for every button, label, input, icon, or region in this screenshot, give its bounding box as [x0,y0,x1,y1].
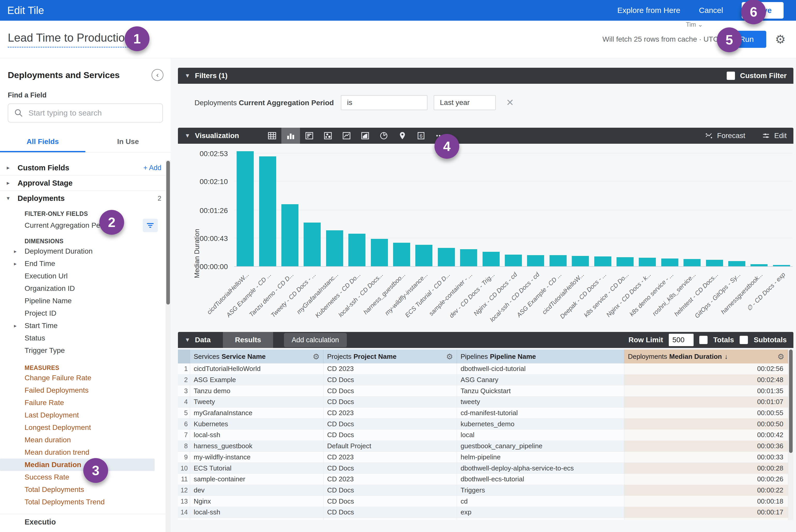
section-collapse-caret[interactable]: ▼ [185,72,190,79]
field-pipeline-name[interactable]: Pipeline Name [0,295,166,307]
row-number-cell[interactable]: 11 [178,474,190,485]
table-viz-icon[interactable] [263,128,281,144]
results-tab[interactable]: Results [223,332,273,348]
bar-kubernetes-cd-do[interactable] [348,234,366,266]
service-name-cell[interactable]: Kubernetes [190,419,323,430]
table-scrollbar[interactable] [788,349,793,520]
scrollbar-thumb[interactable] [789,349,793,453]
row-number-cell[interactable]: 1 [178,363,190,375]
project-name-cell[interactable]: CD Docs [323,419,457,430]
scatter-plot-viz-icon[interactable] [319,128,337,144]
pipeline-name-cell[interactable]: ASG Rolling [457,518,624,520]
row-limit-input[interactable] [669,334,693,346]
bar-local-ssh-cd-docs[interactable] [371,239,388,266]
median-duration-cell[interactable]: 00:00:42 [624,430,788,441]
service-name-cell[interactable]: local-ssh [190,430,323,441]
pipeline-name-cell[interactable]: ASG Canary [457,375,624,386]
median-duration-cell[interactable]: 00:01:07 [624,397,788,408]
pie-chart-viz-icon[interactable] [374,128,393,144]
table-row[interactable]: 1cicdTutorialHelloWorldCD 2023dbothwell-… [178,363,793,375]
field-trigger-type[interactable]: Trigger Type [0,344,166,357]
map-viz-icon[interactable] [393,128,412,144]
bar-cd-docs-exp[interactable] [773,265,790,266]
field-organization-id[interactable]: Organization ID [0,282,166,295]
bar-nginx-cd-docs-cd[interactable] [505,254,522,267]
bar-sample-container[interactable] [460,249,477,266]
table-row[interactable]: 7local-sshCD Docslocal00:00:42 [178,430,793,441]
column-gear-icon[interactable]: ⚙ [446,352,453,361]
project-name-cell[interactable]: CD 2023 [323,408,457,419]
measure-mean-duration-trend[interactable]: Mean duration trend [0,446,166,459]
bar-asg-example-cd[interactable] [550,255,567,266]
service-name-cell[interactable]: ASG Example [190,518,323,520]
project-name-cell[interactable]: Default Project [323,441,457,452]
table-row[interactable]: 3Tanzu demoCD DocsTanzu Quickstart00:01:… [178,385,793,397]
table-row[interactable]: 10ECS TutorialCD Docsdbothwell-deploy-al… [178,463,793,474]
bar-chart-viz-icon[interactable] [300,128,319,144]
row-number-cell[interactable]: 7 [178,430,190,441]
row-number-cell[interactable]: 12 [178,485,190,496]
measure-total-deployments-trend[interactable]: Total Deployments Trend [0,496,166,508]
table-row[interactable]: 2ASG ExampleCD DocsASG Canary00:02:48 [178,375,793,386]
area-chart-viz-icon[interactable] [356,128,374,144]
service-name-cell[interactable]: myGrafanaInstance [190,408,323,419]
custom-filter-checkbox[interactable] [727,72,735,80]
bar-gitops-gitops-sy[interactable] [728,261,745,266]
table-row[interactable]: 13NginxCD Docscd00:00:18 [178,496,793,507]
table-row[interactable]: 14local-sshCD Docsexp00:00:17 [178,507,793,518]
median-duration-cell[interactable]: 00:00:55 [624,408,788,419]
bar-mygrafanainstanc[interactable] [326,230,343,266]
group-deployments[interactable]: ▾ Deployments 2 [0,191,166,206]
median-duration-cell[interactable]: 00:02:56 [624,363,788,375]
field-start-time[interactable]: ▸Start Time [0,320,166,332]
measure-failed-deployments[interactable]: Failed Deployments [0,384,166,397]
table-row[interactable]: 11sample-containerCD 2023dbothwell-ecs-t… [178,474,793,485]
group-approval-stage[interactable]: ▸ Approval Stage [0,175,166,191]
field-deployment-duration[interactable]: ▸Deployment Duration [0,245,166,258]
field-current-aggregation-period[interactable]: Current Aggregation Period [0,218,166,233]
measure-mean-duration[interactable]: Mean duration [0,434,166,446]
section-collapse-caret[interactable]: ▼ [185,132,190,139]
measure-median-duration[interactable]: Median Duration [0,459,155,471]
tab-all-fields[interactable]: All Fields [0,133,85,152]
median-duration-cell[interactable]: 00:00:33 [624,452,788,463]
row-number-cell[interactable]: 14 [178,507,190,518]
bar-harnessguestbook[interactable] [751,264,767,266]
group-custom-fields[interactable]: ▸ Custom Fields + Add [0,160,166,175]
median-duration-cell[interactable]: 00:00:17 [624,518,788,520]
settings-gear-icon[interactable]: ⚙ [775,33,786,45]
row-number-cell[interactable]: 5 [178,408,190,419]
project-name-cell[interactable]: CD 2023 [323,363,457,375]
field-status[interactable]: Status [0,332,166,344]
subtotals-checkbox[interactable] [740,336,748,344]
pipeline-name-cell[interactable]: cd [457,496,624,507]
row-number-cell[interactable]: 2 [178,375,190,386]
row-number-cell[interactable]: 13 [178,496,190,507]
service-name-cell[interactable]: dev [190,485,323,496]
remove-filter-icon[interactable]: ✕ [506,95,514,108]
median-duration-cell[interactable]: 00:00:50 [624,419,788,430]
bar-asg-example-cd[interactable] [259,156,276,266]
service-name-cell[interactable]: sample-container [190,474,323,485]
tab-in-use[interactable]: In Use [85,133,171,152]
table-row[interactable]: 5myGrafanaInstanceCD 2023cd-manifest-tut… [178,408,793,419]
column-chart-viz-icon[interactable] [281,128,300,144]
pipeline-name-cell[interactable]: cd-manifest-tutorial [457,408,624,419]
bar-dev-cd-docs-trig[interactable] [483,252,500,266]
measure-last-deployment[interactable]: Last Deployment [0,409,166,421]
row-number-cell[interactable]: 15 [178,518,190,520]
bar-k8s-demo-service[interactable] [661,259,678,266]
forecast-button[interactable]: Forecast [705,132,745,140]
collapse-panel-button[interactable]: ‹ [151,69,163,81]
row-number-cell[interactable]: 8 [178,441,190,452]
project-name-cell[interactable]: CD Docs [323,518,457,520]
row-number-cell[interactable]: 10 [178,463,190,474]
median-duration-cell[interactable]: 00:02:48 [624,375,788,386]
tile-title[interactable]: Lead Time to Production [8,31,131,48]
filter-operator-input[interactable] [341,95,427,110]
line-chart-viz-icon[interactable] [337,128,356,144]
pipeline-name-cell[interactable]: Tanzu Quickstart [457,385,624,397]
pipeline-name-cell[interactable]: dbothwell-cicd-tutorial [457,363,624,375]
field-execution-url[interactable]: Execution Url [0,270,166,282]
bar-tweety-cd-docs[interactable] [303,223,321,266]
